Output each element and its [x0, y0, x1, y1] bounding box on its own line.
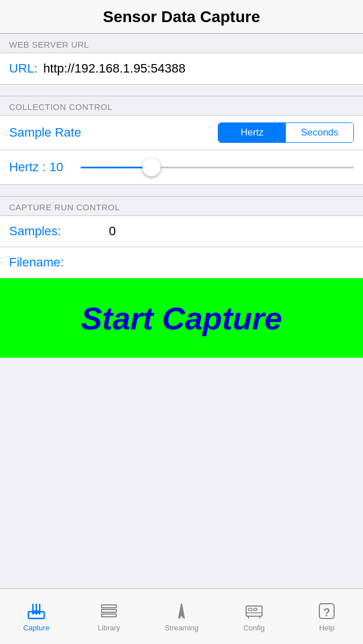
svg-marker-5: [179, 604, 184, 618]
svg-text:?: ?: [323, 606, 330, 618]
sample-rate-row: Sample Rate Hertz Seconds: [0, 116, 363, 150]
library-icon: [99, 601, 119, 621]
samples-row: Samples: 0: [0, 216, 363, 247]
svg-rect-8: [254, 608, 257, 611]
svg-rect-2: [102, 605, 116, 608]
collection-section-header: COLLECTION CONTROL: [0, 96, 363, 116]
seg-seconds[interactable]: Seconds: [286, 123, 353, 142]
slider-thumb[interactable]: [142, 158, 161, 176]
svg-rect-6: [246, 606, 262, 616]
url-label: URL:: [9, 61, 37, 76]
start-capture-button[interactable]: Start Capture: [0, 278, 363, 358]
capture-icon: [26, 601, 47, 621]
samples-label: Samples:: [9, 224, 100, 239]
svg-rect-7: [248, 608, 252, 611]
hertz-slider[interactable]: [81, 157, 354, 177]
tab-config-label: Config: [243, 624, 265, 632]
empty-space: [0, 358, 363, 588]
hertz-row: Hertz : 10: [0, 150, 363, 185]
tab-streaming-label: Streaming: [164, 624, 198, 632]
tab-library-label: Library: [98, 624, 120, 632]
capture-run-section-header: CAPTURE RUN CONTROL: [0, 196, 363, 216]
svg-rect-4: [102, 614, 116, 617]
tab-streaming[interactable]: Streaming: [145, 589, 218, 644]
help-icon: ?: [316, 601, 337, 621]
samples-value: 0: [109, 224, 116, 239]
streaming-icon: [171, 601, 192, 621]
url-row: URL: http://192.168.1.95:54388: [0, 53, 363, 84]
tab-capture[interactable]: Capture: [0, 589, 73, 644]
sample-rate-segmented-control[interactable]: Hertz Seconds: [218, 122, 354, 143]
tab-help-label: Help: [319, 624, 335, 632]
web-server-section-header: WEB SERVER URL: [0, 33, 363, 53]
app-title: Sensor Data Capture: [103, 8, 260, 26]
seg-hertz[interactable]: Hertz: [218, 123, 286, 142]
tab-config[interactable]: Config: [218, 589, 290, 644]
tab-library[interactable]: Library: [73, 589, 145, 644]
svg-rect-3: [102, 609, 116, 612]
filename-label: Filename:: [9, 255, 64, 270]
url-value: http://192.168.1.95:54388: [43, 61, 185, 76]
filename-row[interactable]: Filename:: [0, 247, 363, 278]
hertz-label: Hertz : 10: [9, 160, 71, 175]
app-header: Sensor Data Capture: [0, 0, 363, 33]
tab-help[interactable]: ? Help: [290, 589, 363, 644]
sample-rate-label: Sample Rate: [9, 125, 81, 140]
config-icon: [244, 601, 264, 621]
tab-bar: Capture Library Streaming: [0, 588, 363, 644]
start-capture-label: Start Capture: [81, 300, 282, 337]
tab-capture-label: Capture: [23, 624, 49, 632]
